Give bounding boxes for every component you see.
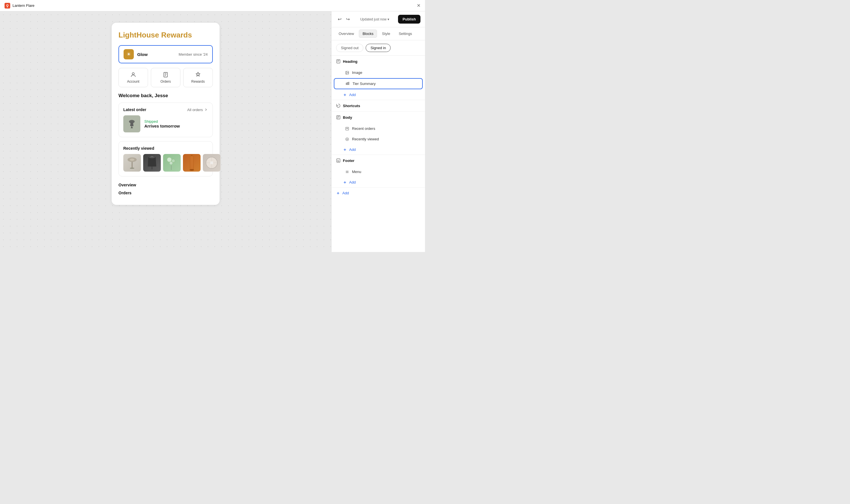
svg-point-7 (131, 128, 133, 128)
footer-section-icon (336, 158, 341, 163)
updated-status[interactable]: Updated just now ▾ (360, 17, 390, 21)
thumb-3 (163, 154, 181, 172)
preview-card: LightHouse Rewards ☀ Glow Member since '… (112, 23, 220, 205)
svg-point-15 (167, 157, 171, 162)
tab-style[interactable]: Style (378, 30, 394, 38)
logo-gold: Rewards (161, 31, 192, 39)
add-heading-item[interactable]: Add (331, 90, 425, 100)
menu-panel-icon (345, 170, 349, 174)
svg-point-9 (130, 159, 134, 161)
add-footer-item[interactable]: Add (331, 177, 425, 187)
tab-blocks[interactable]: Blocks (359, 30, 377, 38)
svg-rect-35 (348, 82, 349, 85)
svg-rect-22 (191, 155, 192, 156)
updated-label: Updated just now (360, 17, 387, 21)
thumb-4 (183, 154, 201, 172)
right-panel: ↩ ↪ Updated just now ▾ Publish Overview … (331, 11, 425, 252)
add-heading-icon (343, 93, 347, 97)
footer-section-header: Footer (331, 155, 425, 166)
order-item: Shipped Arrives tomorrow (123, 115, 208, 132)
thumb-5 (203, 154, 220, 172)
logo-text: LightHouse Rewards (119, 31, 192, 39)
svg-point-32 (346, 72, 347, 72)
rewards-icon (195, 72, 201, 78)
app-title: Lantern Flare (13, 3, 34, 8)
tier-summary-label: Tier Summary (352, 82, 376, 86)
tab-settings[interactable]: Settings (395, 30, 416, 38)
body-section-icon (336, 115, 341, 120)
latest-order-section: Latest order All orders (119, 103, 213, 137)
image-label: Image (352, 70, 362, 75)
recently-viewed-section: Recently viewed (119, 141, 213, 176)
panel-item-image[interactable]: Image (334, 68, 423, 77)
preview-area: LightHouse Rewards ☀ Glow Member since '… (0, 11, 331, 252)
shortcuts-section-icon (336, 103, 341, 108)
title-bar: Lantern Flare ✕ (0, 0, 425, 11)
close-button[interactable]: ✕ (417, 3, 420, 8)
signed-in-button[interactable]: Signed in (366, 44, 391, 52)
panel-item-recently-viewed[interactable]: Recently viewed (334, 134, 423, 144)
recent-orders-icon (345, 127, 349, 131)
svg-rect-34 (347, 83, 348, 85)
shortcuts-section: Shortcuts (331, 100, 425, 112)
dropdown-chevron-icon: ▾ (387, 17, 389, 21)
body-section-header: Body (331, 112, 425, 123)
order-info: Shipped Arrives tomorrow (144, 119, 180, 128)
account-label: Account (127, 79, 139, 84)
add-bottom-item[interactable]: Add (331, 187, 425, 199)
add-heading-label: Add (349, 93, 356, 97)
overview-link[interactable]: Overview (119, 181, 213, 189)
panel-item-menu[interactable]: Menu (334, 167, 423, 177)
tabs: Overview Blocks Style Settings (331, 27, 425, 40)
add-body-label: Add (349, 147, 356, 152)
toolbar: ↩ ↪ Updated just now ▾ Publish (331, 11, 425, 27)
add-bottom-label: Add (342, 191, 349, 195)
rewards-label: Rewards (191, 79, 204, 84)
svg-point-3 (132, 73, 134, 75)
svg-point-46 (347, 139, 348, 140)
tier-summary-icon (346, 82, 350, 86)
image-panel-icon (345, 71, 349, 75)
redo-button[interactable]: ↪ (344, 15, 351, 23)
panel-item-tier-summary[interactable]: Tier Summary (334, 78, 423, 89)
heading-section: Heading Image Tier Summary (331, 56, 425, 100)
add-footer-icon (343, 180, 347, 184)
body-section-label: Body (343, 115, 352, 120)
footer-section-label: Footer (343, 159, 354, 163)
orders-icon (163, 72, 169, 78)
member-since: Member since '24 (179, 52, 208, 56)
account-nav-button[interactable]: Account (119, 68, 148, 87)
state-toggle: Signed out Signed in (331, 40, 425, 56)
recently-viewed-title: Recently viewed (123, 146, 208, 150)
main-layout: LightHouse Rewards ☀ Glow Member since '… (0, 11, 425, 252)
undo-button[interactable]: ↩ (336, 15, 343, 23)
svg-point-0 (6, 4, 8, 6)
svg-rect-4 (164, 72, 168, 77)
order-eta: Arrives tomorrow (144, 124, 180, 128)
tab-overview[interactable]: Overview (335, 30, 358, 38)
latest-order-title: Latest order (123, 107, 146, 112)
orders-link[interactable]: Orders (119, 189, 213, 197)
title-bar-left: Lantern Flare (4, 3, 34, 8)
shortcuts-label: Shortcuts (343, 104, 360, 108)
signed-out-button[interactable]: Signed out (336, 44, 363, 52)
add-body-icon (343, 148, 347, 152)
add-footer-label: Add (349, 180, 356, 184)
panel-item-recent-orders[interactable]: Recent orders (334, 124, 423, 133)
chevron-right-icon (204, 108, 208, 112)
welcome-text: Welcome back, Jesse (119, 93, 213, 98)
svg-rect-18 (171, 165, 171, 170)
rewards-nav-button[interactable]: Rewards (183, 68, 213, 87)
svg-point-13 (149, 157, 155, 158)
add-body-item[interactable]: Add (331, 145, 425, 155)
bottom-links: Overview Orders (119, 181, 213, 197)
thumb-1 (123, 154, 141, 172)
toolbar-left: ↩ ↪ (336, 15, 351, 23)
orders-nav-button[interactable]: Orders (151, 68, 180, 87)
svg-point-16 (171, 159, 175, 162)
all-orders-link[interactable]: All orders (187, 108, 208, 112)
publish-button[interactable]: Publish (398, 15, 420, 23)
app-icon (4, 3, 10, 8)
thumb-2 (143, 154, 161, 172)
member-card: ☀ Glow Member since '24 (119, 45, 213, 64)
